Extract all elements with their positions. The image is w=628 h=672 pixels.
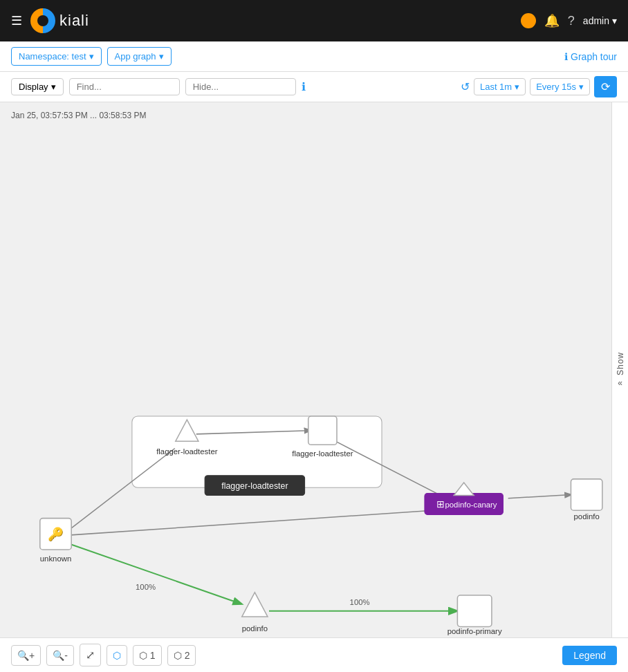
history-icon[interactable]: ↺ bbox=[461, 80, 470, 93]
show-panel-chevron-icon: « bbox=[618, 378, 622, 388]
node-unknown-label: unknown bbox=[40, 554, 71, 563]
namespace2-label: 2 bbox=[185, 650, 190, 661]
svg-marker-8 bbox=[242, 592, 268, 617]
fit-graph-button[interactable]: ⤢ bbox=[80, 644, 101, 666]
time-range-chevron-icon: ▾ bbox=[515, 82, 519, 92]
fit-icon: ⤢ bbox=[86, 648, 95, 662]
node-podinfo-right[interactable]: podinfo bbox=[571, 479, 602, 521]
flagger-tooltip: flagger-loadtester bbox=[205, 476, 304, 496]
kiali-logo-icon bbox=[30, 8, 55, 33]
zoom-in-button[interactable]: 🔍+ bbox=[11, 645, 41, 666]
node-podinfo-canary[interactable]: ⊞ podinfo-canary bbox=[425, 483, 504, 514]
node-podinfo-primary[interactable]: podinfo-primary bbox=[447, 595, 502, 635]
side-panel-toggle[interactable]: Show « bbox=[611, 102, 628, 637]
time-range-selector[interactable]: Last 1m ▾ bbox=[474, 78, 526, 95]
display-chevron-icon: ▾ bbox=[51, 82, 56, 92]
legend-button[interactable]: Legend bbox=[562, 646, 617, 665]
bottom-toolbar: 🔍+ 🔍- ⤢ ⬡ ⬡ 1 ⬡ 2 Legend bbox=[0, 637, 628, 672]
graph-toolbar: Namespace: test ▾ App graph ▾ ℹ Graph to… bbox=[0, 41, 628, 72]
find-input[interactable] bbox=[69, 78, 180, 95]
bell-icon[interactable]: 🔔 bbox=[544, 13, 560, 28]
status-indicator bbox=[521, 13, 536, 28]
svg-rect-9 bbox=[457, 595, 492, 626]
filter-info-icon[interactable]: ℹ bbox=[302, 80, 306, 93]
edge-unknown-to-podinfo-canary bbox=[66, 509, 453, 535]
graph-tour-label: Graph tour bbox=[571, 51, 617, 62]
edge-podinfo-canary-to-podinfo bbox=[508, 495, 571, 498]
display-label: Display bbox=[19, 82, 48, 92]
top-navigation: ☰ kiali 🔔 ? admin ▾ bbox=[0, 0, 628, 41]
zoom-in-icon: 🔍+ bbox=[17, 650, 35, 661]
graph-tour-info-icon: ℹ bbox=[564, 51, 568, 62]
namespace-selector[interactable]: Namespace: test ▾ bbox=[11, 47, 102, 66]
main-content: Namespace: test ▾ App graph ▾ ℹ Graph to… bbox=[0, 41, 628, 672]
graph-layout-button[interactable]: ⬡ bbox=[107, 645, 127, 666]
graph-canvas[interactable]: Jan 25, 03:57:53 PM ... 03:58:53 PM 100%… bbox=[0, 102, 628, 637]
svg-text:🔑: 🔑 bbox=[48, 526, 64, 542]
hamburger-menu[interactable]: ☰ bbox=[11, 13, 22, 28]
node-podinfo-tri-label: podinfo bbox=[242, 624, 268, 633]
podinfo-canary-icon: ⊞ bbox=[436, 498, 445, 510]
graph-layout-icon: ⬡ bbox=[113, 650, 121, 661]
namespace1-button[interactable]: ⬡ 1 bbox=[133, 645, 162, 666]
show-panel-label: Show bbox=[616, 352, 625, 375]
graph-tour-link[interactable]: ℹ Graph tour bbox=[564, 51, 617, 62]
refresh-button[interactable]: ⟳ bbox=[594, 76, 617, 97]
node-podinfo-tri[interactable]: podinfo bbox=[242, 592, 268, 633]
namespace2-icon: ⬡ bbox=[174, 650, 182, 661]
edge-unknown-to-podinfo-tri bbox=[66, 543, 241, 604]
kiali-brand: kiali bbox=[59, 12, 89, 30]
node-unknown[interactable]: 🔑 unknown bbox=[40, 519, 71, 563]
interval-chevron-icon: ▾ bbox=[579, 82, 584, 92]
user-chevron-icon: ▾ bbox=[612, 15, 617, 26]
svg-rect-7 bbox=[571, 479, 602, 510]
edge-label-100-1: 100% bbox=[136, 583, 156, 591]
namespace2-button[interactable]: ⬡ 2 bbox=[167, 645, 196, 666]
time-range-label: Last 1m bbox=[480, 82, 512, 92]
svg-marker-6 bbox=[454, 483, 474, 496]
graph-type-label: App graph bbox=[115, 51, 156, 62]
node-podinfo-canary-label: podinfo-canary bbox=[445, 501, 497, 509]
svg-rect-3 bbox=[308, 416, 337, 445]
user-menu[interactable]: admin ▾ bbox=[583, 15, 617, 26]
graph-type-chevron-icon: ▾ bbox=[159, 51, 164, 62]
kiali-logo: kiali bbox=[30, 8, 89, 33]
flagger-tooltip-label: flagger-loadtester bbox=[221, 481, 288, 491]
interval-selector[interactable]: Every 15s ▾ bbox=[530, 78, 590, 95]
node-flagger-sq-label: flagger-loadtester bbox=[292, 449, 353, 458]
filter-bar: Display ▾ ℹ ↺ Last 1m ▾ Every 15s ▾ ⟳ bbox=[0, 72, 628, 102]
namespace1-label: 1 bbox=[150, 650, 156, 661]
node-podinfo-primary-label: podinfo-primary bbox=[447, 627, 502, 635]
edge-unknown-to-flagger-tri bbox=[66, 449, 175, 533]
namespace-label: Namespace: test bbox=[19, 51, 86, 62]
time-controls: ↺ Last 1m ▾ Every 15s ▾ ⟳ bbox=[461, 76, 617, 97]
display-button[interactable]: Display ▾ bbox=[11, 78, 64, 95]
hide-input[interactable] bbox=[185, 78, 296, 95]
zoom-out-button[interactable]: 🔍- bbox=[46, 645, 74, 666]
edge-label-100-2: 100% bbox=[350, 599, 370, 607]
help-icon[interactable]: ? bbox=[568, 14, 575, 28]
graph-type-selector[interactable]: App graph ▾ bbox=[107, 47, 172, 66]
zoom-out-icon: 🔍- bbox=[53, 650, 68, 661]
namespace-chevron-icon: ▾ bbox=[89, 51, 94, 62]
node-flagger-tri-label: flagger-loadtester bbox=[156, 447, 218, 456]
namespace1-icon: ⬡ bbox=[139, 650, 147, 661]
interval-label: Every 15s bbox=[536, 82, 576, 92]
node-podinfo-right-label: podinfo bbox=[574, 512, 600, 521]
user-name: admin bbox=[583, 15, 609, 26]
